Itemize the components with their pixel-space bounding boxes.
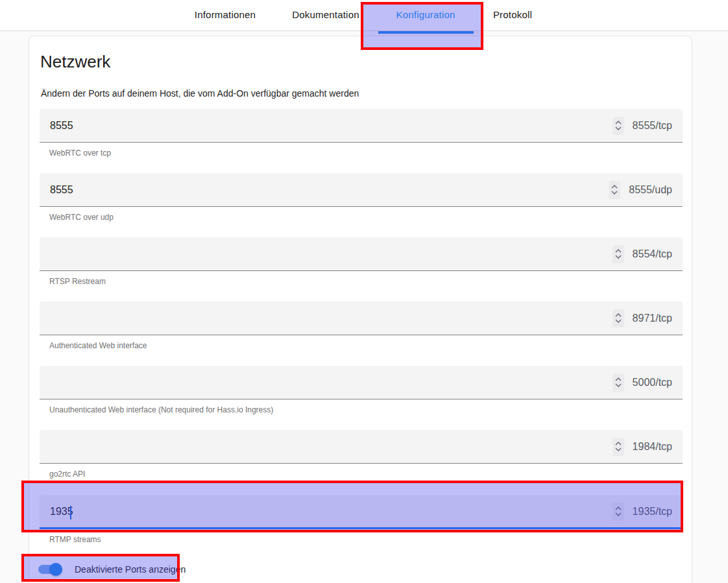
port-helper-text: RTMP streams <box>49 535 683 544</box>
port-helper-text: WebRTC over tcp <box>49 149 683 158</box>
port-input[interactable] <box>50 504 613 519</box>
port-input[interactable] <box>50 375 613 390</box>
text-cursor <box>70 506 71 519</box>
section-title: Netzwerk <box>40 52 110 72</box>
port-stepper-icon[interactable] <box>609 181 620 199</box>
port-field: 8971/tcp <box>40 302 683 335</box>
port-helper-text: go2rtc API <box>49 470 683 479</box>
toggle-label: Deaktivierte Ports anzeigen <box>75 564 186 575</box>
port-stepper-icon[interactable] <box>613 503 624 521</box>
port-field: 1984/tcp <box>40 430 683 464</box>
port-input[interactable] <box>50 311 613 326</box>
tab-informationen[interactable]: Informationen <box>195 9 256 20</box>
tab-konfiguration[interactable]: Konfiguration <box>396 9 455 20</box>
section-description: Ändern der Ports auf deinem Host, die vo… <box>41 88 359 99</box>
port-input[interactable] <box>50 182 609 198</box>
port-input[interactable] <box>50 246 613 262</box>
port-field: 8554/tcp <box>40 237 683 271</box>
tab-dokumentation[interactable]: Dokumentation <box>292 9 359 20</box>
port-host-label: 8555/udp <box>629 184 672 196</box>
tab-bar: Informationen Dokumentation Konfiguratio… <box>0 0 728 31</box>
port-row: 1935/tcp RTMP streams <box>40 495 683 544</box>
port-host-label: 5000/tcp <box>633 377 672 388</box>
port-stepper-icon[interactable] <box>613 117 624 135</box>
port-host-label: 8554/tcp <box>633 248 672 260</box>
port-stepper-icon[interactable] <box>613 374 624 392</box>
port-row: 8971/tcp Authenticated Web interface <box>40 302 683 350</box>
port-input[interactable] <box>50 439 613 455</box>
port-stepper-icon[interactable] <box>613 309 624 327</box>
port-input[interactable] <box>50 118 613 134</box>
port-host-label: 8555/tcp <box>633 120 672 132</box>
port-field: 8555/tcp <box>40 109 683 143</box>
port-stepper-icon[interactable] <box>613 245 624 263</box>
port-helper-text: Authenticated Web interface <box>49 341 683 350</box>
port-row: 1984/tcp go2rtc API <box>40 430 683 479</box>
port-field: 5000/tcp <box>40 366 683 399</box>
port-host-label: 8971/tcp <box>633 313 672 324</box>
active-tab-indicator <box>378 31 474 34</box>
network-config-card: Netzwerk Ändern der Ports auf deinem Hos… <box>29 36 692 583</box>
disabled-ports-toggle[interactable]: Deaktivierte Ports anzeigen <box>38 560 186 578</box>
port-field-rtmp: 1935/tcp <box>40 495 683 529</box>
port-stepper-icon[interactable] <box>613 438 624 456</box>
port-host-label: 1984/tcp <box>633 441 672 453</box>
toggle-track[interactable] <box>38 565 60 574</box>
port-field: 8555/udp <box>40 173 683 207</box>
port-row: 8555/tcp WebRTC over tcp <box>40 109 683 158</box>
toggle-thumb[interactable] <box>49 563 62 576</box>
tab-protokoll[interactable]: Protokoll <box>493 9 532 20</box>
port-helper-text: RTSP Restream <box>49 277 683 286</box>
port-row: 8554/tcp RTSP Restream <box>40 237 683 286</box>
port-row: 5000/tcp Unauthenticated Web interface (… <box>40 366 683 414</box>
port-row: 8555/udp WebRTC over udp <box>40 173 683 222</box>
port-helper-text: WebRTC over udp <box>49 213 683 222</box>
port-host-label: 1935/tcp <box>633 506 672 518</box>
port-helper-text: Unauthenticated Web interface (Not requi… <box>49 405 683 414</box>
